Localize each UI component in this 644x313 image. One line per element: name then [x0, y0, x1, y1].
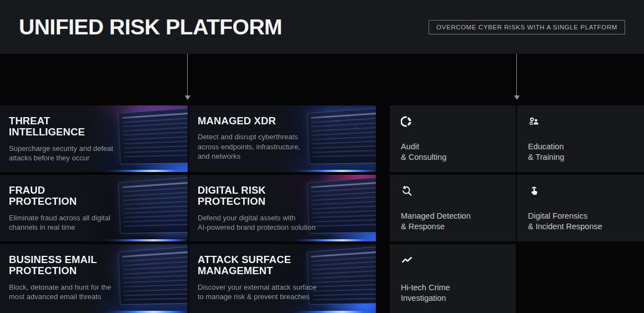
card-threat-intelligence[interactable]: THREAT INTELLIGENCE Supercharge security…	[0, 105, 188, 172]
people-icon	[528, 115, 540, 128]
card-attack-surface-management[interactable]: ATTACK SURFACE MANAGEMENT Discover your …	[189, 244, 376, 313]
service-label: Hi-tech Crime Investigation	[401, 282, 505, 304]
card-managed-detection-response[interactable]: Managed Detection & Response	[390, 175, 516, 241]
card-education-training[interactable]: Education & Training	[517, 105, 644, 172]
down-arrow-icon	[187, 54, 188, 98]
blue-glow	[291, 239, 376, 241]
card-subtitle: Eliminate fraud across all digital chann…	[9, 213, 155, 232]
cards-grid: THREAT INTELLIGENCE Supercharge security…	[0, 105, 644, 313]
search-sync-icon	[401, 185, 413, 197]
card-title: FRAUD PROTECTION	[9, 185, 155, 208]
flow-arrows-band	[0, 54, 644, 105]
card-subtitle: Supercharge security and defeat attacks …	[9, 144, 155, 163]
blue-glow	[103, 239, 188, 241]
service-label: Education & Training	[528, 142, 633, 163]
page-title: UNIFIED RISK PLATFORM	[19, 15, 282, 39]
card-title: DIGITAL RISK PROTECTION	[198, 185, 344, 208]
card-title: ATTACK SURFACE MANAGEMENT	[198, 254, 344, 277]
header: UNIFIED RISK PLATFORM OVERCOME CYBER RIS…	[0, 0, 644, 54]
service-label: Digital Forensics & Incident Response	[528, 211, 633, 232]
card-fraud-protection[interactable]: FRAUD PROTECTION Eliminate fraud across …	[0, 175, 188, 241]
tap-gesture-icon	[528, 185, 540, 197]
card-subtitle: Block, detonate and hunt for the most ad…	[9, 282, 155, 301]
service-label: Managed Detection & Response	[401, 211, 505, 232]
card-business-email-protection[interactable]: BUSINESS EMAIL PROTECTION Block, detonat…	[0, 244, 188, 313]
blue-glow	[291, 311, 376, 313]
card-digital-forensics-ir[interactable]: Digital Forensics & Incident Response	[517, 175, 644, 241]
header-badge: OVERCOME CYBER RISKS WITH A SINGLE PLATF…	[429, 20, 625, 34]
blue-glow	[103, 311, 188, 313]
pie-segments-icon	[401, 115, 413, 128]
card-title: THREAT INTELLIGENCE	[9, 115, 155, 138]
card-subtitle: Defend your digital assets with AI-power…	[198, 213, 344, 232]
card-managed-xdr[interactable]: MANAGED XDR Detect and disrupt cyberthre…	[189, 105, 376, 172]
card-digital-risk-protection[interactable]: DIGITAL RISK PROTECTION Defend your digi…	[189, 175, 376, 241]
card-subtitle: Detect and disrupt cyberthreats across e…	[198, 132, 344, 160]
empty-cell	[517, 244, 644, 313]
card-title: BUSINESS EMAIL PROTECTION	[9, 254, 155, 277]
blue-glow	[291, 170, 376, 172]
unified-risk-platform-page: UNIFIED RISK PLATFORM OVERCOME CYBER RIS…	[0, 0, 644, 313]
card-title: MANAGED XDR	[198, 115, 344, 127]
service-label: Audit & Consulting	[401, 142, 505, 163]
card-hitech-crime-investigation[interactable]: Hi-tech Crime Investigation	[390, 244, 516, 313]
card-subtitle: Discover your external attack surface to…	[198, 282, 344, 301]
trend-zigzag-icon	[401, 254, 413, 266]
down-arrow-icon	[516, 54, 517, 98]
card-audit-consulting[interactable]: Audit & Consulting	[390, 105, 516, 172]
blue-glow	[103, 170, 188, 172]
